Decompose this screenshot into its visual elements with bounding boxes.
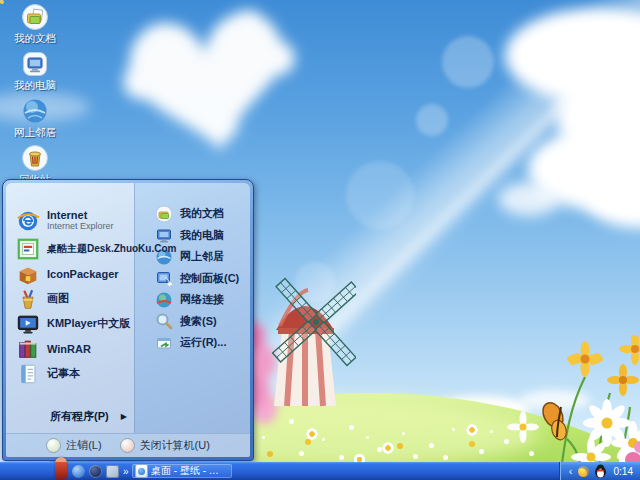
menu-item-label: Internet — [47, 210, 114, 222]
menu-item-kmplayer[interactable]: KMPlayer中文版 — [6, 311, 134, 336]
menu-item-label: 我的电脑 — [180, 228, 224, 243]
task-button-label: 桌面 - 壁纸 - 桌酷... — [151, 464, 228, 478]
my-computer-icon — [21, 50, 49, 78]
desktop: 我的文档 我的电脑 网上邻居 — [0, 0, 640, 480]
menu-item-notepad[interactable]: 记事本 — [6, 361, 134, 386]
hide-tray-icons-chevron[interactable]: ‹ — [569, 465, 573, 478]
all-programs-button[interactable]: 所有程序(P) ▶ — [6, 405, 134, 433]
desktop-icon-label: 网上邻居 — [14, 126, 56, 140]
desktop-icon-my-documents[interactable]: 我的文档 — [6, 3, 64, 50]
menu-item-label: 我的文档 — [180, 206, 224, 221]
lens-flare — [442, 36, 494, 88]
kmplayer-icon — [16, 312, 40, 336]
lens-flare — [346, 161, 414, 229]
start-menu-pinned-list: Internet Internet Explorer 桌酷主题Desk.Zhuo… — [6, 183, 134, 433]
butterfly — [539, 399, 569, 441]
log-off-icon — [46, 438, 61, 453]
windmill — [256, 266, 356, 414]
network-places-icon — [21, 97, 49, 125]
my-documents-icon — [155, 205, 173, 223]
yellow-flowers — [567, 335, 640, 396]
heart-cloud — [75, 0, 345, 187]
quick-launch-bar: » — [72, 465, 129, 478]
zhuoku-theme-icon — [16, 237, 40, 261]
qq-penguin-icon[interactable] — [594, 464, 607, 478]
turn-off-label: 关闭计算机(U) — [140, 438, 210, 453]
daisy-flower — [306, 428, 318, 440]
desktop-icons: 我的文档 我的电脑 网上邻居 — [6, 3, 64, 191]
recycle-bin-icon — [21, 144, 49, 172]
desktop-icon-my-computer[interactable]: 我的电脑 — [6, 50, 64, 97]
turn-off-computer-button[interactable]: 关闭计算机(U) — [120, 438, 210, 453]
log-off-label: 注销(L) — [66, 438, 101, 453]
menu-item-zhuoku-theme[interactable]: 桌酷主题Desk.ZhuoKu.Com — [6, 236, 134, 261]
internet-explorer-icon — [16, 209, 40, 233]
menu-item-paint[interactable]: 画图 — [6, 286, 134, 311]
menu-item-label: 搜索(S) — [180, 314, 217, 329]
webpage-icon — [136, 465, 147, 477]
menu-item-label: IconPackager — [47, 268, 119, 280]
daisy-flower — [382, 442, 394, 454]
menu-item-label: 控制面板(C) — [180, 271, 239, 286]
menu-item-label: 记事本 — [47, 366, 80, 381]
flower-cluster — [505, 335, 640, 480]
menu-item-run[interactable]: 运行(R)... — [135, 332, 250, 354]
taskbar-clock[interactable]: 0:14 — [614, 466, 633, 477]
menu-item-internet[interactable]: Internet Internet Explorer — [6, 205, 134, 236]
turn-off-icon — [120, 438, 135, 453]
menu-item-label: 桌酷主题Desk.ZhuoKu.Com — [47, 242, 176, 256]
notepad-icon — [16, 362, 40, 386]
all-programs-label: 所有程序(P) — [50, 409, 109, 424]
log-off-button[interactable]: 注销(L) — [46, 438, 101, 453]
menu-item-iconpackager[interactable]: IconPackager — [6, 261, 134, 286]
menu-item-label: 运行(R)... — [180, 335, 226, 350]
tray-input-method-icon[interactable] — [578, 466, 589, 477]
quicklaunch-show-desktop-icon[interactable] — [106, 465, 119, 478]
menu-item-label: 网络连接 — [180, 292, 224, 307]
network-connections-icon — [155, 291, 173, 309]
menu-item-my-documents[interactable]: 我的文档 — [135, 203, 250, 225]
menu-item-winrar[interactable]: WinRAR — [6, 336, 134, 361]
start-menu: Internet Internet Explorer 桌酷主题Desk.Zhuo… — [2, 179, 254, 461]
start-menu-places-list: 我的文档 我的电脑 — [134, 183, 250, 433]
all-programs-arrow-icon: ▶ — [121, 412, 127, 421]
run-icon — [155, 334, 173, 352]
menu-item-control-panel[interactable]: 控制面板(C) — [135, 268, 250, 290]
quick-launch-more-icon[interactable]: » — [123, 465, 129, 478]
search-icon — [155, 312, 173, 330]
iconpackager-icon — [16, 262, 40, 286]
menu-item-label: 网上邻居 — [180, 249, 224, 264]
menu-item-sublabel: Internet Explorer — [47, 222, 114, 231]
paint-icon — [16, 287, 40, 311]
cloud — [498, 182, 560, 216]
menu-item-search[interactable]: 搜索(S) — [135, 311, 250, 333]
desktop-icon-network-places[interactable]: 网上邻居 — [6, 97, 64, 144]
start-menu-footer: 注销(L) 关闭计算机(U) — [6, 433, 250, 457]
lens-flare — [416, 104, 448, 136]
taskbar: » 桌面 - 壁纸 - 桌酷... ‹ 0:14 — [0, 462, 640, 480]
desktop-icon-label: 我的文档 — [14, 32, 56, 46]
menu-item-network-connections[interactable]: 网络连接 — [135, 289, 250, 311]
daisy-flower — [466, 424, 478, 436]
menu-item-label: 画图 — [47, 291, 69, 306]
quicklaunch-media-player-icon[interactable] — [89, 465, 102, 478]
start-button-character-icon[interactable] — [55, 457, 67, 479]
quicklaunch-internet-explorer-icon[interactable] — [72, 465, 85, 478]
desktop-icon-label: 我的电脑 — [14, 79, 56, 93]
task-button-desktop-wallpaper[interactable]: 桌面 - 壁纸 - 桌酷... — [132, 464, 232, 478]
menu-item-label: WinRAR — [47, 343, 91, 355]
my-documents-icon — [21, 3, 49, 31]
yellow-flower-dots — [0, 0, 4, 4]
menu-item-label: KMPlayer中文版 — [47, 316, 130, 331]
system-tray: ‹ 0:14 — [559, 462, 640, 480]
control-panel-icon — [155, 269, 173, 287]
winrar-icon — [16, 337, 40, 361]
